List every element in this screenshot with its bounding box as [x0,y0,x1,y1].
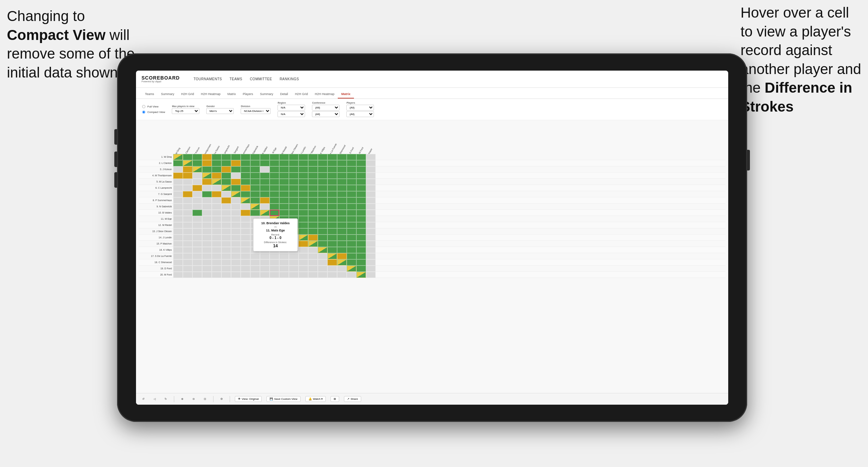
matrix-cell[interactable] [212,216,221,222]
matrix-cell[interactable] [299,160,308,166]
matrix-cell[interactable] [173,173,183,179]
matrix-cell[interactable] [260,272,270,278]
max-players-select[interactable]: Top 25 [172,108,199,114]
matrix-cell[interactable] [231,191,241,197]
matrix-cell[interactable] [250,160,260,166]
matrix-cell[interactable] [221,216,231,222]
matrix-cell[interactable] [299,272,308,278]
matrix-cell[interactable] [260,259,270,266]
matrix-cell[interactable] [318,266,327,272]
matrix-cell[interactable] [356,241,366,247]
matrix-cell[interactable] [221,210,231,216]
matrix-cell[interactable] [221,259,231,266]
matrix-cell[interactable] [308,247,318,253]
matrix-cell[interactable] [183,204,192,210]
matrix-cell[interactable] [356,197,366,204]
matrix-cell[interactable] [173,266,183,272]
matrix-cell[interactable] [308,197,318,204]
matrix-cell[interactable] [318,191,327,197]
matrix-cell[interactable] [221,204,231,210]
matrix-cell[interactable] [279,259,289,266]
matrix-cell[interactable] [308,241,318,247]
matrix-cell[interactable] [337,266,347,272]
matrix-cell[interactable] [173,210,183,216]
nav-tournaments[interactable]: TOURNAMENTS [194,77,222,81]
matrix-cell[interactable] [366,235,376,241]
matrix-cell[interactable] [308,166,318,173]
matrix-cell[interactable] [173,204,183,210]
matrix-cell[interactable] [270,185,279,191]
matrix-cell[interactable] [192,160,202,166]
matrix-cell[interactable] [183,247,192,253]
full-view-radio[interactable]: Full View [142,104,165,109]
matrix-cell[interactable] [318,204,327,210]
matrix-cell[interactable] [270,272,279,278]
matrix-cell[interactable] [192,191,202,197]
matrix-cell[interactable] [183,222,192,228]
matrix-cell[interactable] [241,166,250,173]
matrix-cell[interactable] [221,160,231,166]
matrix-cell[interactable] [270,154,279,160]
matrix-cell[interactable] [212,160,221,166]
matrix-cell[interactable] [289,179,299,185]
matrix-cell[interactable] [241,210,250,216]
matrix-cell[interactable] [250,185,260,191]
matrix-cell[interactable] [270,197,279,204]
matrix-cell[interactable] [231,166,241,173]
matrix-cell[interactable] [318,166,327,173]
matrix-cell[interactable] [231,235,241,241]
matrix-cell[interactable] [366,173,376,179]
matrix-cell[interactable] [308,228,318,235]
matrix-cell[interactable] [366,216,376,222]
matrix-cell[interactable] [289,173,299,179]
matrix-cell[interactable] [318,216,327,222]
matrix-cell[interactable] [347,216,356,222]
nav-committee[interactable]: COMMITTEE [250,77,272,81]
tab-h2h-heatmap2[interactable]: H2H Heatmap [311,90,338,98]
matrix-cell[interactable] [318,179,327,185]
matrix-cell[interactable] [192,166,202,173]
matrix-cell[interactable] [202,228,212,235]
matrix-cell[interactable] [183,210,192,216]
matrix-cell[interactable] [192,228,202,235]
matrix-cell[interactable] [231,154,241,160]
matrix-cell[interactable] [202,235,212,241]
nav-teams[interactable]: TEAMS [230,77,242,81]
matrix-cell[interactable] [279,160,289,166]
matrix-cell[interactable] [183,241,192,247]
settings-btn[interactable]: ⚙ [218,396,225,402]
matrix-cell[interactable] [221,185,231,191]
matrix-cell[interactable] [202,253,212,259]
matrix-cell[interactable] [308,216,318,222]
matrix-cell[interactable] [279,173,289,179]
matrix-cell[interactable] [308,259,318,266]
matrix-cell[interactable] [212,222,221,228]
matrix-cell[interactable] [212,235,221,241]
division-select[interactable]: NCAA Division I [241,108,271,114]
matrix-cell[interactable] [356,266,366,272]
matrix-cell[interactable] [279,179,289,185]
matrix-cell[interactable] [183,253,192,259]
matrix-cell[interactable] [318,241,327,247]
matrix-cell[interactable] [347,197,356,204]
matrix-cell[interactable] [327,166,337,173]
tab-h2h-heatmap1[interactable]: H2H Heatmap [198,90,224,98]
matrix-cell[interactable] [356,210,366,216]
matrix-cell[interactable] [327,222,337,228]
matrix-cell[interactable] [318,222,327,228]
matrix-cell[interactable] [231,259,241,266]
matrix-cell[interactable] [279,197,289,204]
matrix-cell[interactable] [299,259,308,266]
matrix-cell[interactable] [356,247,366,253]
matrix-cell[interactable] [173,179,183,185]
matrix-cell[interactable] [192,204,202,210]
matrix-cell[interactable] [183,259,192,266]
matrix-cell[interactable] [270,210,279,216]
matrix-cell[interactable] [289,204,299,210]
matrix-cell[interactable] [327,154,337,160]
matrix-cell[interactable] [366,210,376,216]
matrix-cell[interactable] [250,253,260,259]
matrix-cell[interactable] [366,222,376,228]
matrix-cell[interactable] [270,266,279,272]
matrix-cell[interactable] [366,253,376,259]
